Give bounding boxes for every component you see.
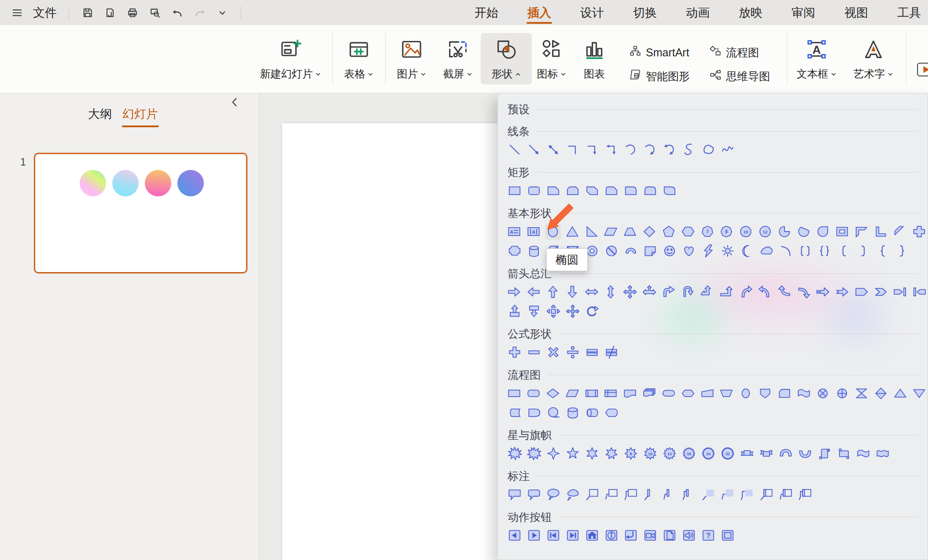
shape-merge[interactable] <box>911 385 928 402</box>
shape-teardrop[interactable] <box>815 223 831 240</box>
shape-curved-left-arrow[interactable] <box>757 284 773 300</box>
media-icon[interactable] <box>917 62 928 79</box>
shape-star-24[interactable]: 24 <box>700 445 716 462</box>
shape-cross[interactable] <box>911 223 928 240</box>
shape-minus[interactable] <box>526 344 542 361</box>
shape-star-10[interactable]: 10 <box>642 445 658 462</box>
shape-pie[interactable] <box>776 223 792 240</box>
menu-tab-transitions[interactable]: 切换 <box>633 0 657 25</box>
shape-right-bracket[interactable] <box>855 243 871 259</box>
shape-curved-down-arrow[interactable] <box>795 284 812 300</box>
shape-circular-arrow[interactable] <box>584 303 600 320</box>
shape-round-same-side-corner[interactable] <box>642 182 658 199</box>
shape-half-frame[interactable] <box>854 223 870 240</box>
shape-display[interactable] <box>603 404 619 421</box>
output-icon[interactable] <box>103 6 117 19</box>
shape-punched-tape[interactable] <box>795 385 812 402</box>
shape-ribbon[interactable] <box>739 445 755 462</box>
shape-arc[interactable] <box>777 243 794 259</box>
shape-horizontal-scroll[interactable] <box>836 445 852 462</box>
shape-direct-access-storage[interactable] <box>584 404 600 421</box>
shape-left-up-arrow[interactable] <box>699 284 715 300</box>
shape-document[interactable] <box>622 385 638 402</box>
shape-plus[interactable] <box>506 344 523 361</box>
shape-ellipse[interactable] <box>545 223 561 240</box>
shape-snip-round-single-corner[interactable] <box>603 182 619 199</box>
shape-action-end[interactable] <box>564 527 581 544</box>
redo-icon[interactable] <box>193 6 206 19</box>
mindmap-button[interactable]: 思维导图 <box>709 67 770 85</box>
shape-parallelogram[interactable] <box>603 223 619 240</box>
shape-sort[interactable] <box>873 385 889 402</box>
shape-diagonal-stripe[interactable] <box>892 223 908 240</box>
menu-tab-insert[interactable]: 插入 <box>527 0 551 25</box>
shape-smiley-face[interactable] <box>661 243 678 259</box>
screenshot-button[interactable]: 截屏 <box>432 33 483 85</box>
menu-tab-slideshow[interactable]: 放映 <box>739 0 762 25</box>
shape-left-right-up-arrow[interactable] <box>641 284 658 300</box>
shape-cross-arrow[interactable] <box>564 303 581 320</box>
shape-dodecagon-12[interactable]: 12 <box>757 223 773 240</box>
shape-delay[interactable] <box>526 404 542 421</box>
menu-icon[interactable] <box>11 6 24 19</box>
shape-double-wave[interactable] <box>874 445 891 462</box>
shape-freeform-closed[interactable] <box>700 141 716 158</box>
shape-curved-up-arrow[interactable] <box>776 284 792 300</box>
shape-u-turn-arrow[interactable] <box>680 284 696 300</box>
shape-frame[interactable] <box>834 223 851 240</box>
shape-magnetic-disk[interactable] <box>564 404 581 421</box>
shape-chord[interactable] <box>795 223 812 240</box>
shape-star-6[interactable] <box>584 445 600 462</box>
toolbar-more-chevron-icon[interactable] <box>216 6 229 19</box>
chart-button[interactable]: 图表 <box>569 33 620 85</box>
shape-left-bracket[interactable] <box>836 243 852 259</box>
shape-line-callout-1-border-accent-bar[interactable] <box>758 486 774 503</box>
shape-vertical-text-box[interactable]: A <box>526 223 542 240</box>
shape-curved-ribbon[interactable] <box>777 445 794 462</box>
shape-ribbon-2[interactable] <box>758 445 774 462</box>
shape-star-16[interactable]: 16 <box>681 445 697 462</box>
shape-multidocument[interactable] <box>641 385 658 402</box>
file-menu[interactable]: 文件 <box>33 5 57 21</box>
shape-rectangular-callout[interactable] <box>506 486 523 503</box>
shape-line-callout-2-no-border[interactable] <box>719 486 736 503</box>
shape-right-arrow[interactable] <box>506 284 523 300</box>
shape-rounded-rectangular-callout[interactable] <box>526 486 542 503</box>
smart-graphics-button[interactable]: 智能图形 <box>629 67 709 85</box>
shape-manual-operation[interactable] <box>718 385 735 402</box>
shape-hexagon[interactable] <box>680 223 696 240</box>
shapes-button[interactable]: 形状 <box>481 33 532 85</box>
shape-internal-storage[interactable] <box>603 385 619 402</box>
shape-trapezoid[interactable] <box>622 223 638 240</box>
shape-down-arrow[interactable] <box>564 284 580 300</box>
shape-folded-corner[interactable] <box>642 243 658 259</box>
shape-line-callout-3-no-border[interactable] <box>739 486 755 503</box>
shape-diamond[interactable] <box>641 223 658 240</box>
shape-vertical-scroll[interactable] <box>816 445 832 462</box>
shape-right-brace[interactable] <box>894 243 910 259</box>
shape-block-arc[interactable] <box>622 243 639 259</box>
shape-extract[interactable] <box>892 385 908 402</box>
shape-line-callout-3-border-accent-bar[interactable] <box>797 486 813 503</box>
shape-stored-data[interactable] <box>506 404 523 421</box>
undo-icon[interactable] <box>171 6 184 19</box>
shape-elbow-connector[interactable] <box>564 141 581 158</box>
shape-text-box[interactable]: A <box>506 223 523 240</box>
shape-line-callout-1-accent-bar[interactable] <box>642 486 658 503</box>
menu-tab-view[interactable]: 视图 <box>844 0 868 25</box>
shape-process[interactable] <box>506 385 523 402</box>
smartart-button[interactable]: SmartArt <box>629 44 709 61</box>
shape-heptagon-7[interactable]: 7 <box>699 223 715 240</box>
shape-line-callout-2[interactable] <box>603 486 619 503</box>
shape-left-arrow-bar[interactable] <box>911 284 928 300</box>
shape-curve-double-arrow[interactable] <box>661 141 678 158</box>
shape-preparation[interactable] <box>680 385 696 402</box>
shape-up-arrow-callout[interactable] <box>506 303 523 320</box>
shape-summing-junction[interactable] <box>815 385 831 402</box>
shape-explosion-1[interactable] <box>506 445 523 462</box>
shape-terminator[interactable] <box>661 385 677 402</box>
shape-alternate-process[interactable] <box>526 385 542 402</box>
shape-card[interactable] <box>776 385 792 402</box>
shape-heart[interactable] <box>681 243 697 259</box>
shape-double-arrow[interactable] <box>545 141 561 158</box>
